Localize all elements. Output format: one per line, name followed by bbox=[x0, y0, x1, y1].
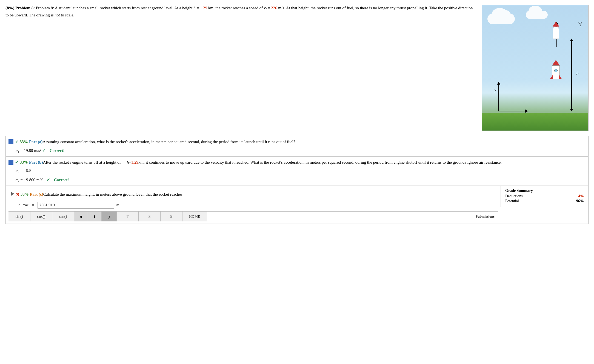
b-correct-check: ✔ bbox=[47, 178, 50, 182]
vf-val-red: 226 bbox=[271, 6, 277, 10]
part-b-percent: 33% bbox=[20, 159, 28, 166]
num7-button[interactable]: 7 bbox=[117, 212, 139, 221]
part-a-answer: a1 = 19.80 m/s² ✔ Correct! bbox=[6, 147, 588, 156]
problem-text: (8%) Problem 8: Problem 8: A student lau… bbox=[5, 5, 482, 131]
calculator-row: sin() cos() tan() π ( ) 7 8 9 HOME Submi… bbox=[8, 211, 498, 221]
part-c-section: ✖ 33% Part (c) Calculate the maximum hei… bbox=[5, 186, 589, 224]
deductions-label: Deductions bbox=[505, 194, 523, 198]
problem-statement-before: Problem 8: A student launches a small ro… bbox=[36, 6, 193, 10]
hmax-var: h bbox=[18, 203, 21, 207]
a2-var2: a bbox=[16, 178, 18, 182]
y-axis bbox=[498, 84, 499, 111]
to-scale: to scale. bbox=[60, 13, 74, 17]
part-c-header: ✖ 33% Part (c) Calculate the maximum hei… bbox=[8, 189, 498, 200]
deductions-val: 4% bbox=[578, 194, 584, 198]
vf-label: vf bbox=[578, 20, 581, 27]
part-c-percent: 33% bbox=[21, 191, 29, 198]
a1-sub: 1 bbox=[18, 150, 19, 154]
cloud-1 bbox=[487, 13, 515, 24]
cloud-2 bbox=[526, 11, 548, 19]
deductions-row: Deductions 4% bbox=[505, 194, 584, 198]
rocket-fin-left bbox=[550, 75, 553, 79]
a1-val: = 19.80 m/s² bbox=[21, 148, 41, 153]
rocket-window bbox=[554, 69, 558, 72]
main-container: (8%) Problem 8: Problem 8: A student lau… bbox=[0, 0, 594, 364]
vf-equals: = bbox=[267, 6, 271, 10]
grade-summary-panel: Grade Summary Deductions 4% Potential 96… bbox=[501, 186, 588, 207]
problem-diagram: vf h bbox=[482, 5, 589, 131]
part-c-question: Calculate the maximum height, in meters … bbox=[43, 191, 184, 198]
hmax-input[interactable] bbox=[38, 202, 114, 209]
a2-sub2: 2 bbox=[18, 179, 19, 183]
part-b-check: ✔ bbox=[15, 159, 19, 166]
submissions-label: Submissions bbox=[207, 212, 498, 221]
not-italic: not bbox=[55, 13, 60, 17]
hmax-equals: = bbox=[32, 203, 34, 207]
rocket-body-upper bbox=[553, 27, 559, 39]
sin-button[interactable]: sin() bbox=[8, 212, 30, 221]
num9-button[interactable]: 9 bbox=[161, 212, 182, 221]
problem-section: (8%) Problem 8: Problem 8: A student lau… bbox=[5, 5, 589, 131]
home-button[interactable]: HOME bbox=[182, 212, 207, 221]
tan-button[interactable]: tan() bbox=[52, 212, 74, 221]
x-axis bbox=[498, 111, 526, 111]
part-b-header: ✔ 33% Part (b) After the rocket's engine… bbox=[6, 157, 588, 167]
h-label: h bbox=[576, 71, 579, 76]
part-c-x-icon: ✖ bbox=[16, 191, 19, 198]
h-val-red: 1.29 bbox=[200, 6, 207, 10]
submissions-text: Submissions bbox=[476, 214, 495, 219]
part-b-label: Part (b) bbox=[29, 159, 43, 166]
h-label-var: h bbox=[576, 71, 579, 76]
part-a-percent: 33% bbox=[20, 139, 28, 145]
cos-button[interactable]: cos() bbox=[30, 212, 52, 221]
rocket-upper bbox=[552, 22, 560, 38]
num8-button[interactable]: 8 bbox=[139, 212, 161, 221]
h-equals: = bbox=[196, 6, 200, 10]
problem-weight: (8%) bbox=[5, 6, 15, 10]
part-a-label: Part (a) bbox=[29, 139, 43, 145]
h-arrow bbox=[571, 41, 572, 109]
vf-label-var: v bbox=[578, 20, 581, 25]
potential-row: Potential 96% bbox=[505, 199, 584, 203]
b-h-equals: = bbox=[129, 159, 131, 166]
part-c-inner: ✖ 33% Part (c) Calculate the maximum hei… bbox=[6, 186, 588, 224]
part-c-triangle bbox=[11, 192, 14, 196]
part-b-answer1: a2 = - 9.8 bbox=[6, 167, 588, 176]
part-a-icon bbox=[8, 139, 13, 144]
problem-label: Problem 8: bbox=[15, 6, 36, 10]
a1-var: a bbox=[16, 148, 18, 153]
b-h-var: h bbox=[121, 159, 129, 166]
a2-sub1: 2 bbox=[18, 170, 19, 174]
part-c-left: ✖ 33% Part (c) Calculate the maximum hei… bbox=[6, 186, 501, 224]
part-b-answer2: a2 = −9.800 m/s² ✔ Correct! bbox=[6, 176, 588, 186]
hmax-sub: max bbox=[23, 203, 29, 207]
part-b-question-after: km, it continues to move upward due to t… bbox=[138, 159, 502, 166]
rocket-body-lower bbox=[552, 65, 560, 79]
h-unit-text: km, the rocket reaches a speed of bbox=[207, 6, 264, 10]
pi-button[interactable]: π bbox=[74, 212, 88, 221]
rocket-tip-lower bbox=[552, 60, 560, 65]
close-paren-button[interactable]: ) bbox=[102, 212, 117, 221]
part-c-label: Part (c) bbox=[30, 191, 43, 198]
rocket-tip-upper bbox=[553, 22, 559, 27]
part-a-check: ✔ bbox=[15, 139, 19, 145]
b-correct: Correct! bbox=[54, 178, 69, 182]
h-var-italic: h bbox=[193, 6, 196, 10]
rocket-fin-right bbox=[559, 75, 562, 79]
part-a-header: ✔ 33% Part (a) Assuming constant acceler… bbox=[6, 136, 588, 147]
a2-val2: = −9.800 m/s² bbox=[21, 178, 44, 182]
a1-correct-check: ✔ bbox=[42, 148, 46, 153]
open-paren-button[interactable]: ( bbox=[88, 212, 102, 221]
vf-var-italic: v bbox=[264, 6, 266, 10]
part-b-icon bbox=[8, 160, 13, 165]
a2-var1: a bbox=[16, 168, 18, 173]
part-a-question: Assuming constant acceleration, what is … bbox=[43, 139, 295, 145]
part-c-input-row: hmax = m bbox=[18, 202, 498, 209]
part-b-question-before: After the rocket's engine turns off at a… bbox=[43, 159, 121, 166]
y-label: y bbox=[494, 87, 496, 92]
b-h-val: 1.29 bbox=[131, 159, 138, 166]
vf-label-sub: f bbox=[580, 22, 581, 26]
a2-val1: = - 9.8 bbox=[21, 168, 32, 173]
part-a-section: ✔ 33% Part (a) Assuming constant acceler… bbox=[5, 136, 589, 157]
grade-summary-title: Grade Summary bbox=[505, 189, 584, 193]
